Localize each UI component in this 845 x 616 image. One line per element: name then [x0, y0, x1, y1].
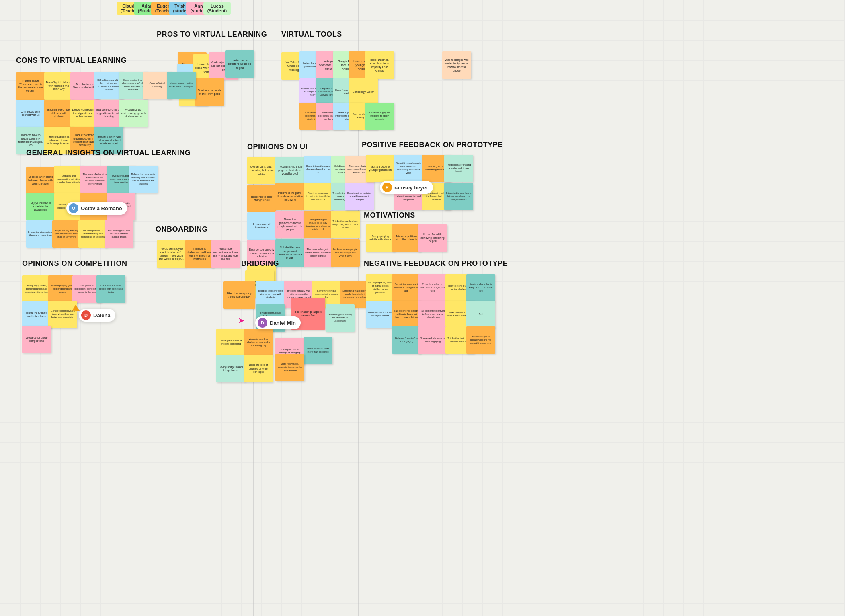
section-positive-feedback-title: POSITIVE FEEDBACK ON PROTOTYPE [362, 141, 503, 149]
user-tag-dalena: D Dalena [79, 309, 115, 322]
sticky: Believe the purpose is learning and acti… [129, 166, 158, 193]
sticky: Was reading it was easier to figure out … [442, 51, 471, 79]
sticky: Responds to color changes in UI [247, 185, 276, 212]
sticky: Thinks the roadblock on the profile, thi… [331, 211, 360, 238]
sticky: The process of making a bridge and it wa… [444, 155, 473, 182]
sticky: Schoology, Zoom [349, 78, 378, 106]
sticky: Bad experience design: nothing to figure… [392, 301, 421, 328]
sticky: Doesn't get to interact with friends in … [44, 72, 73, 100]
sticky: Don't see a gap for students to apply co… [365, 103, 394, 130]
section-cons-title: CONS TO VIRTUAL LEARNING [16, 56, 127, 65]
avatar-daniel: D [258, 318, 267, 328]
sticky: Looks on the outside more than expected [304, 337, 332, 364]
sticky: Bridging teachers were able to do more w… [256, 281, 285, 308]
sticky-liked-conspiracy: Liked that conspiracy theory is a catego… [223, 281, 255, 309]
sticky: Believes "bringing" is not engaging [392, 326, 421, 354]
sticky: This is a challenge to kind of builder s… [304, 239, 332, 267]
main-canvas: Claudia(Teacher) Adam(Student) Eugene(Te… [0, 0, 845, 616]
sticky: Interested to see how a bridge would wor… [444, 183, 473, 210]
section-opinions-competition-title: OPINIONS ON COMPETITION [22, 259, 127, 268]
sticky: Eat [466, 301, 495, 328]
sticky: Enjoys playing outside with friends [366, 224, 395, 252]
sticky: Something really wants more details and … [394, 155, 423, 182]
sticky: Having some structure would be helpful [225, 50, 254, 78]
sticky: I would be happy to see this later on if… [157, 240, 186, 268]
sticky: Competition motivates them when they see… [48, 301, 77, 328]
section-bridging-title: BRIDGING [241, 259, 279, 268]
sticky: Had some trouble trying to figure out ho… [418, 301, 447, 328]
sticky: More real visible, separate learns on th… [275, 354, 304, 381]
username-dalena: Dalena [93, 312, 111, 318]
sticky: Joins competitions with other students [392, 224, 421, 252]
sticky: impacts range "There's so much in the pr… [16, 72, 45, 100]
section-onboarding-title: ONBOARDING [156, 225, 208, 234]
username-ramsey: ramsey beyer [394, 185, 428, 191]
section-motivations-title: MOTIVATIONS [364, 211, 415, 220]
sticky: Mentions there is room for improvement [366, 301, 395, 328]
sticky: Thought having a rule page or cheat shee… [275, 157, 304, 184]
user-tag-octavia: O Octavia Romano [66, 202, 127, 215]
sticky: Something that bridging would help stude… [340, 281, 369, 308]
sticky: Teachers need more skill sets with stude… [44, 100, 73, 127]
sticky: We offer players of understanding and so… [78, 220, 107, 248]
sticky: And sharing includes between different c… [105, 220, 133, 248]
section-general-insights-title: GENERAL INSIGHTS ON VIRTUAL LEARNING [26, 149, 191, 157]
sticky: Having some creative outlet would be hel… [167, 72, 196, 99]
sticky: Wants to use their challenges and make s… [244, 329, 273, 356]
sticky: Thinks that challenges could work with t… [185, 240, 214, 268]
avatar-ramsey: R [382, 183, 392, 192]
username-daniel: Daniel Min [270, 320, 296, 326]
section-pros-title: PROS TO VIRTUAL LEARNING [157, 30, 267, 39]
sticky: Something made easy for students to unde… [326, 304, 355, 332]
sticky: Competition makes people with something … [96, 275, 125, 303]
sticky: Students can work at their own pace [195, 78, 224, 106]
sticky: Viewing, in screen format, might easily … [304, 183, 332, 210]
sticky: Instructors get an update Account info s… [466, 326, 495, 354]
sticky: Didn't get the idea of bridging somethin… [216, 329, 245, 356]
sticky: Suggested elements is more engaging [418, 326, 447, 354]
avatar-octavia: O [69, 203, 78, 213]
user-tag-daniel: D Daniel Min [255, 316, 301, 329]
sticky: Do I highlight my name or is that option… [366, 274, 395, 302]
sticky: Thought she had to read entire category … [418, 274, 447, 302]
sticky: Impressions of icons/cards [247, 212, 276, 240]
sticky: Not identified key people most resources… [275, 239, 304, 267]
sticky: Tools: Desmos, Khan Academy, Jeopardy La… [365, 51, 394, 79]
sticky: Really enjoy video, bringing games and e… [22, 275, 51, 303]
sticky: Wants a place that is easy to find the p… [466, 274, 495, 302]
sticky: Something redundant she had to navigate … [392, 274, 421, 302]
avatar-dalena: D [81, 310, 91, 320]
sticky: Wants more information about how many th… [211, 240, 240, 268]
section-opinions-ui-title: OPINIONS ON UI [247, 143, 308, 151]
sticky: Looks at where people can use bridge and… [331, 239, 360, 267]
user-tag-ramsey: R ramsey beyer [380, 181, 433, 194]
sticky: Would like as teachers engage with stude… [119, 100, 148, 127]
sticky: Tags are good for younger generation [366, 155, 395, 182]
sticky: Debates and cooperative activities can b… [54, 166, 83, 193]
cursor-arrow-pink: ➤ [238, 316, 245, 325]
sticky: Jeopardy for group competitions [22, 326, 51, 353]
sticky: In learning discussions, there are distr… [26, 220, 55, 248]
sticky: Thinks the gamification means people wou… [275, 211, 304, 238]
sticky: Overall UI is clean and nice, but is too… [247, 157, 276, 184]
sticky: Experiencing learning your distractions … [52, 220, 81, 248]
sticky: Thought the goal should be to play toget… [304, 211, 332, 238]
sticky: Success when online between classes with… [26, 167, 55, 194]
sticky: Some things there are elements based on … [304, 156, 332, 183]
sticky: Keep together logistics something about … [345, 183, 374, 210]
sticky: Positive to the game UI and seems intuit… [275, 183, 304, 210]
sticky: Online kids don't connect with us [16, 100, 45, 127]
section-virtual-tools-title: VIRTUAL TOOLS [281, 30, 342, 39]
sticky: The drive to learn motivates them [22, 301, 51, 328]
section-negative-feedback-title: NEGATIVE FEEDBACK ON PROTOTYPE [364, 259, 508, 268]
sticky: Likes the idea of bridging different con… [244, 355, 273, 382]
sticky: The more of educators and students and t… [80, 166, 109, 193]
person-lucas: Lucas(Student) [203, 2, 231, 15]
sticky: Enjoys the way to schedule the assignmen… [26, 193, 55, 220]
username-octavia: Octavia Romano [81, 205, 122, 211]
sticky: Having bridge makes things harder [216, 355, 245, 382]
sticky: Having fun while achieving something hel… [418, 224, 447, 252]
